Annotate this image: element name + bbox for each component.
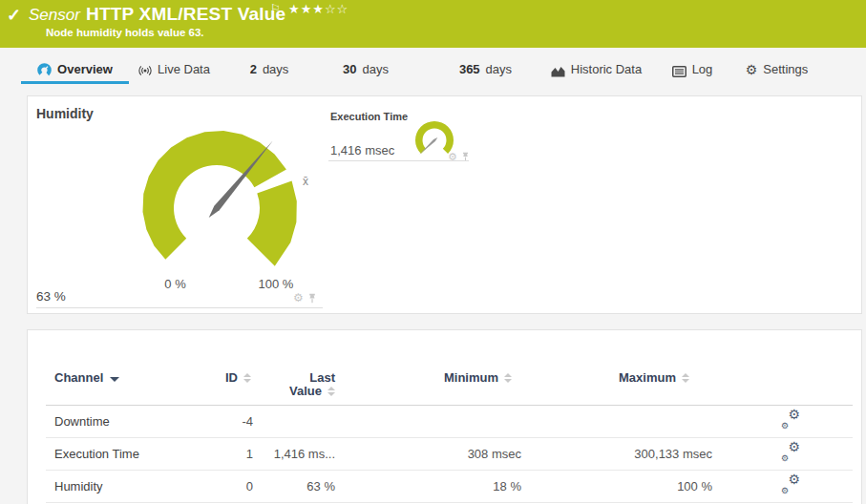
sort-desc-icon: [110, 377, 119, 382]
widget-gear-icon[interactable]: ⚙: [293, 292, 304, 304]
status-ok-check-icon: ✓: [7, 5, 21, 26]
tab-label: Overview: [57, 62, 113, 76]
tab-label: Live Data: [158, 62, 210, 76]
channel-name: Downtime: [46, 414, 189, 429]
column-label: Channel: [54, 370, 103, 385]
channel-settings-gears-icon[interactable]: ⚙⚙: [781, 474, 800, 494]
gauge-min-label: 0 %: [154, 277, 197, 291]
table-row-downtime[interactable]: Downtime -4 ⚙⚙: [46, 406, 853, 438]
table-row-execution-time[interactable]: Execution Time 1 1,416 ms... 308 msec 30…: [46, 438, 853, 471]
channel-settings-gears-icon[interactable]: ⚙⚙: [781, 442, 800, 461]
gauge-icon: [37, 63, 52, 77]
sort-icon: [682, 373, 689, 383]
gauges-panel: Humidity x̄ 0 % 100 % 63 % ⚙ Execution T…: [27, 95, 862, 314]
humidity-gauge-title: Humidity: [36, 106, 94, 121]
channel-maximum: 300,133 msec: [521, 447, 712, 461]
priority-stars[interactable]: ★★★☆☆: [288, 2, 349, 16]
tab-label: days: [363, 62, 389, 76]
column-label: ID: [225, 370, 238, 385]
column-header-id[interactable]: ID: [189, 371, 253, 385]
tab-number: 365: [459, 62, 480, 76]
tab-live-data[interactable]: Live Data: [134, 48, 215, 84]
page-title: HTTP XML/REST Value: [86, 4, 285, 25]
channel-id: -4: [189, 414, 253, 429]
sensor-header: ✓ Sensor HTTP XML/REST Value ⚐ ★★★☆☆ Nod…: [0, 0, 866, 48]
table-row-humidity[interactable]: Humidity 0 63 % 18 % 100 % ⚙⚙: [46, 471, 853, 503]
humidity-widget-tools: ⚙: [293, 292, 317, 304]
execution-current-value: 1,416 msec: [330, 143, 394, 158]
tab-label: days: [486, 62, 512, 76]
channel-minimum: 18 %: [335, 479, 521, 494]
live-signal-icon: [138, 64, 152, 77]
tab-historic-data[interactable]: Historic Data: [546, 48, 646, 84]
sort-icon: [327, 387, 335, 396]
average-marker-label: x̄: [303, 175, 308, 188]
gauge-arc: [415, 121, 454, 154]
tab-label: Historic Data: [571, 62, 642, 76]
column-label: Maximum: [619, 370, 676, 385]
log-list-icon: [672, 66, 686, 77]
gear-icon: ⚙: [746, 63, 758, 76]
sensor-status-message: Node humidity holds value 63.: [46, 27, 204, 38]
tab-overview[interactable]: Overview: [21, 48, 129, 84]
channel-id: 1: [189, 447, 253, 461]
sort-icon: [243, 373, 251, 383]
channel-last-value: 63 %: [253, 479, 335, 494]
tab-settings[interactable]: ⚙ Settings: [747, 48, 807, 84]
tab-365-days[interactable]: 365 days: [456, 48, 515, 84]
column-header-minimum[interactable]: Minimum: [335, 371, 521, 385]
widget-pin-icon[interactable]: [307, 293, 317, 304]
gauge-max-label: 100 %: [247, 277, 305, 291]
prtg-sensor-page: ✓ Sensor HTTP XML/REST Value ⚐ ★★★☆☆ Nod…: [0, 0, 866, 504]
channel-last-value: 1,416 ms...: [253, 447, 335, 461]
area-chart-icon: [551, 65, 565, 77]
channel-name: Execution Time: [46, 447, 189, 461]
channel-name: Humidity: [46, 479, 189, 494]
tab-30-days[interactable]: 30 days: [339, 48, 392, 84]
column-header-last-value[interactable]: Last Value: [253, 371, 335, 398]
object-kind-label: Sensor: [29, 6, 80, 25]
channel-id: 0: [189, 479, 253, 494]
humidity-current-value: 63 %: [36, 289, 66, 304]
channel-maximum: 100 %: [521, 479, 712, 494]
widget-divider: [36, 307, 323, 308]
column-label: Minimum: [444, 370, 498, 385]
column-header-maximum[interactable]: Maximum: [521, 371, 712, 385]
tab-log[interactable]: Log: [670, 48, 714, 84]
widget-divider: [328, 160, 469, 161]
channel-minimum: 308 msec: [335, 447, 521, 461]
channel-settings-gears-icon[interactable]: ⚙⚙: [781, 410, 800, 429]
tab-bar: Overview Live Data 2 days 30 days 365 da…: [0, 48, 866, 84]
table-header-row: Channel ID Last Value Minimum Maximum: [46, 330, 853, 406]
tab-label: Settings: [763, 62, 808, 76]
tab-label: days: [263, 62, 288, 76]
tab-number: 30: [343, 62, 356, 76]
gauge-arc-end: [247, 180, 297, 265]
column-header-channel[interactable]: Channel: [46, 371, 189, 385]
tab-number: 2: [250, 62, 257, 76]
priority-flag-icon[interactable]: ⚐: [270, 2, 281, 15]
sort-icon: [504, 373, 512, 383]
execution-gauge-title: Execution Time: [330, 111, 408, 122]
tab-2-days[interactable]: 2 days: [246, 48, 292, 84]
tab-label: Log: [692, 62, 713, 76]
channels-table: Channel ID Last Value Minimum Maximum Do…: [46, 330, 853, 503]
channels-panel: Channel ID Last Value Minimum Maximum Do…: [27, 329, 862, 504]
